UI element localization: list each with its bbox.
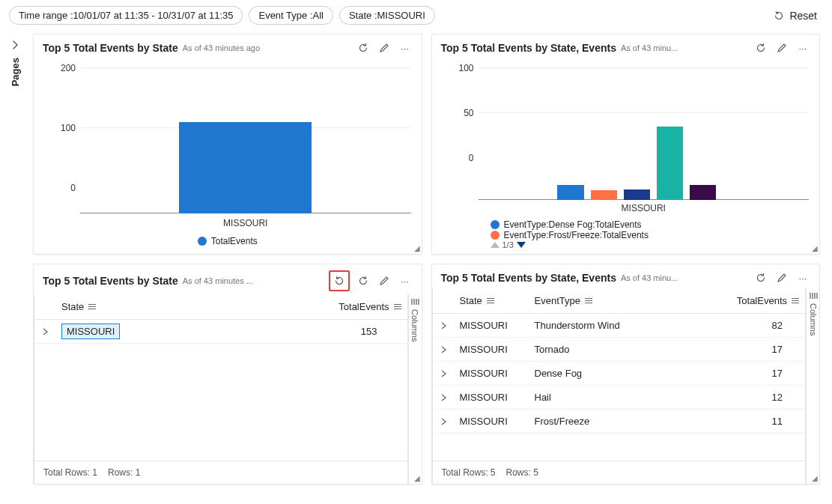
panel-chart-state-events: Top 5 Total Events by State, Events As o… (431, 34, 821, 255)
columns-panel-handle[interactable]: Columns (806, 288, 819, 484)
bar[interactable] (557, 185, 583, 200)
panel-title: Top 5 Total Events by State, Events (441, 42, 616, 54)
filter-pill-event-type[interactable]: Event Type : All (249, 6, 333, 25)
legend-label: EventType:Dense Fog:TotalEvents (504, 219, 642, 230)
y-tick: 200 (53, 63, 76, 73)
filter-bar: Time range : 10/01/07 at 11:35 - 10/31/0… (0, 0, 832, 31)
footer-total: Total Rows: 1 (43, 467, 97, 478)
more-icon[interactable]: ··· (795, 270, 810, 285)
reset-label: Reset (789, 10, 817, 22)
y-tick: 100 (452, 63, 474, 73)
pager-label: 1/3 (502, 240, 514, 249)
panel-title: Top 5 Total Events by State, Events (441, 272, 616, 284)
selected-cell[interactable]: MISSOURI (61, 324, 120, 339)
column-menu-icon[interactable] (585, 298, 592, 303)
edit-icon[interactable] (377, 273, 392, 288)
filter-pill-state[interactable]: State : MISSOURI (339, 6, 435, 25)
table-row[interactable]: MISSOURITornado17 (433, 338, 806, 362)
table-row[interactable]: MISSOURI 153 (34, 320, 407, 344)
refresh-icon[interactable] (356, 40, 371, 55)
panel-title: Top 5 Total Events by State (43, 42, 178, 54)
more-icon[interactable]: ··· (398, 273, 413, 288)
columns-label: Columns (410, 309, 419, 341)
columns-label: Columns (809, 303, 818, 336)
reset-icon[interactable] (329, 270, 350, 291)
pages-label: Pages (10, 58, 21, 86)
legend-label: EventType:Frost/Freeze:TotalEvents (504, 230, 649, 240)
table-header-row: State EventType TotalEvents (433, 288, 806, 314)
filter-value: MISSOURI (377, 10, 425, 21)
triangle-down-icon[interactable] (517, 242, 526, 248)
expand-icon[interactable] (433, 390, 454, 405)
column-header[interactable]: TotalEvents (138, 297, 407, 317)
x-tick: MISSOURI (479, 203, 810, 213)
table-row[interactable]: MISSOURIThunderstorm Wind82 (433, 314, 806, 338)
resize-handle-icon[interactable]: ◢ (414, 474, 420, 482)
chevron-right-icon (10, 40, 20, 50)
panel-title: Top 5 Total Events by State (43, 275, 178, 287)
column-menu-icon[interactable] (792, 298, 799, 303)
expand-icon[interactable] (433, 366, 454, 381)
legend-item[interactable]: EventType:Frost/Freeze:TotalEvents (491, 230, 649, 240)
table-row[interactable]: MISSOURIHail12 (433, 386, 806, 410)
bar[interactable] (591, 190, 617, 200)
panel-subtitle: As of 43 minutes ago (183, 43, 260, 52)
panel-chart-state: Top 5 Total Events by State As of 43 min… (33, 34, 422, 255)
column-menu-icon[interactable] (394, 304, 401, 309)
table-footer: Total Rows: 5 Rows: 5 (433, 461, 806, 484)
legend-item[interactable]: EventType:Dense Fog:TotalEvents (491, 219, 642, 230)
filter-label: Time range : (19, 10, 73, 21)
reset-button[interactable]: Reset (767, 7, 823, 25)
x-tick: MISSOURI (80, 218, 411, 228)
columns-panel-handle[interactable]: Columns (408, 294, 422, 484)
expand-icon[interactable] (433, 318, 454, 333)
column-menu-icon[interactable] (487, 298, 494, 303)
legend-pager[interactable]: 1/3 (491, 240, 526, 249)
refresh-icon[interactable] (753, 270, 768, 285)
expand-icon[interactable] (433, 414, 454, 429)
legend-label: TotalEvents (211, 236, 258, 246)
column-menu-icon[interactable] (88, 304, 96, 309)
more-icon[interactable]: ··· (398, 40, 413, 55)
filter-value: 10/01/07 at 11:35 - 10/31/07 at 11:35 (73, 10, 234, 21)
y-tick: 0 (452, 153, 474, 163)
pages-sidebar[interactable]: Pages (0, 31, 30, 491)
bar[interactable] (690, 185, 716, 200)
resize-handle-icon[interactable]: ◢ (812, 244, 818, 252)
expand-icon[interactable] (433, 342, 454, 357)
table-row[interactable]: MISSOURIFrost/Freeze11 (433, 410, 806, 434)
cell-value: 153 (361, 326, 377, 337)
edit-icon[interactable] (774, 40, 789, 55)
filter-pill-time-range[interactable]: Time range : 10/01/07 at 11:35 - 10/31/0… (9, 6, 243, 25)
refresh-icon[interactable] (753, 40, 768, 55)
column-header[interactable]: TotalEvents (641, 291, 806, 311)
bar[interactable] (179, 122, 312, 213)
panel-table-state-events: Top 5 Total Events by State, Events As o… (431, 264, 821, 485)
edit-icon[interactable] (377, 40, 392, 55)
panel-subtitle: As of 43 minu... (621, 273, 678, 282)
panel-table-state: Top 5 Total Events by State As of 43 min… (33, 264, 422, 485)
filter-label: State : (349, 10, 377, 21)
filter-value: All (313, 10, 324, 21)
legend-item[interactable]: TotalEvents (198, 236, 258, 246)
bar[interactable] (624, 189, 650, 200)
table-header-row: State TotalEvents (34, 294, 407, 320)
panel-subtitle: As of 43 minutes ... (183, 276, 253, 285)
edit-icon[interactable] (774, 270, 789, 285)
footer-rows: Rows: 5 (506, 467, 538, 478)
expand-icon[interactable] (34, 324, 55, 339)
resize-handle-icon[interactable]: ◢ (812, 474, 818, 482)
filter-label: Event Type : (258, 10, 312, 21)
triangle-up-icon[interactable] (491, 242, 499, 248)
column-header[interactable]: EventType (529, 291, 641, 311)
y-tick: 50 (452, 108, 474, 118)
table-row[interactable]: MISSOURIDense Fog17 (433, 362, 806, 386)
panel-subtitle: As of 43 minu... (621, 43, 678, 52)
column-header[interactable]: State (55, 297, 138, 317)
refresh-icon[interactable] (356, 273, 371, 288)
bar[interactable] (657, 127, 683, 200)
column-header[interactable]: State (454, 291, 529, 311)
resize-handle-icon[interactable]: ◢ (414, 244, 420, 252)
reset-icon (773, 10, 785, 22)
more-icon[interactable]: ··· (795, 40, 810, 55)
